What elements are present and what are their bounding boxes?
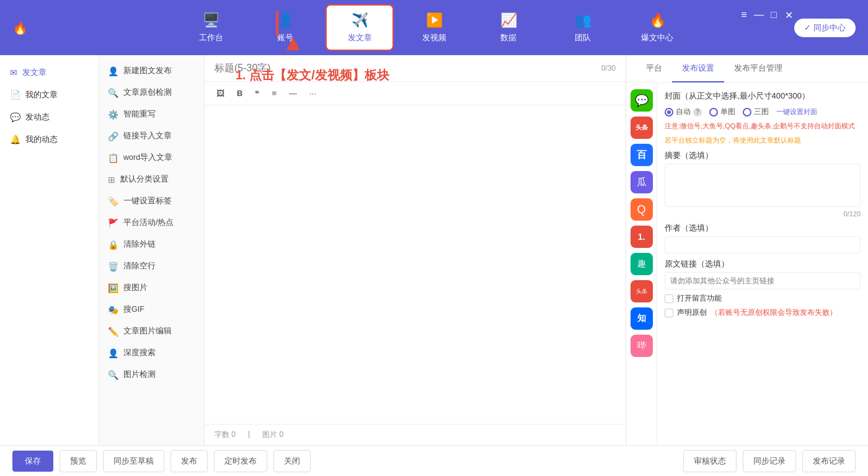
radio-auto[interactable]: 自动 ? — [665, 107, 702, 117]
tab-platform-manage[interactable]: 发布平台管理 — [724, 55, 792, 82]
nav-publish-video[interactable]: ▶️ 发视频 — [400, 4, 468, 51]
platform-toutiao-app[interactable]: 头条 — [631, 280, 653, 302]
radio-single-label: 单图 — [720, 107, 735, 117]
tool-default-category[interactable]: ⊞ 默认分类设置 — [99, 169, 204, 190]
preview-button[interactable]: 预览 — [60, 450, 97, 472]
right-buttons: 审核状态 同步记录 发布记录 — [683, 450, 856, 472]
platform-wechat[interactable]: 💬 — [631, 89, 653, 112]
one-click-tag-icon: 🏷️ — [108, 196, 118, 206]
tool-one-click-tag-label: 一键设置标签 — [123, 196, 172, 206]
publish-log-button[interactable]: 发布记录 — [802, 450, 856, 472]
platform-column: 💬 头条 百 瓜 Q 1. 趣 头条 知 哔 — [626, 83, 657, 445]
maximize-icon[interactable]: □ — [769, 9, 779, 21]
save-button[interactable]: 保存 — [12, 451, 53, 472]
nav-team[interactable]: 👥 团队 — [549, 4, 617, 51]
search-gif-icon: 🎭 — [108, 305, 118, 315]
summary-textarea[interactable] — [665, 164, 861, 207]
toolbar-more-btn[interactable]: ··· — [305, 87, 321, 100]
help-icon[interactable]: ? — [693, 108, 702, 117]
toolbar-bold-btn[interactable]: B — [232, 87, 247, 100]
comment-checkbox[interactable] — [665, 294, 673, 303]
radio-single-circle — [709, 108, 718, 117]
sync-center-button[interactable]: ✓ 同步中心 — [794, 19, 856, 37]
sidebar-publish-article-label: 发文章 — [22, 67, 46, 78]
tool-remove-external[interactable]: 🔒 清除外链 — [99, 234, 204, 255]
tool-original-detect[interactable]: 🔍 文章原创检测 — [99, 82, 204, 104]
original-checkbox[interactable] — [665, 309, 673, 317]
close-button[interactable]: 关闭 — [273, 450, 311, 472]
tool-one-click-tag[interactable]: 🏷️ 一键设置标签 — [99, 190, 204, 212]
new-image-publish-icon: 👤 — [108, 66, 118, 76]
nav-data-label: 数据 — [500, 32, 516, 43]
tool-smart-rewrite[interactable]: ⚙️ 智能重写 — [99, 104, 204, 125]
tool-word-import[interactable]: 📋 word导入文章 — [99, 147, 204, 169]
platform-baijiahao[interactable]: 百 — [631, 144, 653, 166]
radio-three[interactable]: 三图 — [743, 107, 769, 117]
platform-ququ[interactable]: 趣 — [631, 253, 653, 275]
tool-clear-blank[interactable]: 🗑️ 清除空行 — [99, 255, 204, 277]
data-icon: 📈 — [500, 12, 517, 29]
author-input[interactable] — [665, 236, 861, 253]
sync-draft-button[interactable]: 同步至草稿 — [103, 450, 164, 472]
nav-explosive[interactable]: 🔥 爆文中心 — [623, 4, 691, 51]
platform-zhihu[interactable]: 知 — [631, 307, 653, 330]
comment-checkbox-row[interactable]: 打开留言功能 — [665, 293, 861, 304]
sidebar-my-articles-label: 我的文章 — [25, 89, 58, 100]
my-articles-icon: 📄 — [10, 90, 20, 100]
audit-status-button[interactable]: 审核状态 — [683, 450, 737, 472]
tool-article-image-edit[interactable]: ✏️ 文章图片编辑 — [99, 320, 204, 342]
close-icon[interactable]: ✕ — [784, 9, 794, 21]
editor-area: 0/30 🖼 B ❝ ≡ — ··· 字数 0 | 图片 0 — [205, 55, 626, 445]
sidebar-item-my-moments[interactable]: 🔔 我的动态 — [0, 128, 99, 151]
comment-label: 打开留言功能 — [677, 293, 722, 304]
tool-search-gif[interactable]: 🎭 搜GIF — [99, 299, 204, 320]
origin-input[interactable] — [665, 272, 861, 289]
minimize-icon[interactable]: — — [754, 9, 764, 21]
one-click-cover-btn[interactable]: 一键设置封面 — [776, 107, 817, 117]
tool-panel: 👤 新建图文发布 🔍 文章原创检测 ⚙️ 智能重写 🔗 链接导入文章 📋 — [99, 55, 205, 445]
team-icon: 👥 — [575, 12, 591, 29]
cover-options: 自动 ? 单图 三图 一键设置封面 — [665, 107, 861, 117]
editor-content[interactable] — [205, 105, 626, 424]
publish-button[interactable]: 发布 — [170, 450, 208, 472]
tool-deep-search[interactable]: 👤 深度搜索 — [99, 342, 204, 364]
nav-account[interactable]: 👤 账号 — [251, 4, 319, 51]
sidebar-item-publish-article[interactable]: ✉ 发文章 — [0, 61, 99, 84]
nav-data[interactable]: 📈 数据 — [474, 4, 542, 51]
menu-icon[interactable]: ≡ — [739, 9, 749, 21]
nav-publish-article[interactable]: ✈️ 发文章 — [326, 4, 394, 51]
toolbar-quote-btn[interactable]: ❝ — [250, 87, 264, 100]
toolbar-list1-btn[interactable]: ≡ — [267, 87, 281, 100]
platform-xigua[interactable]: 瓜 — [631, 171, 653, 193]
default-category-icon: ⊞ — [108, 175, 115, 185]
platform-bilibili[interactable]: 哔 — [631, 335, 653, 357]
tool-link-import[interactable]: 🔗 链接导入文章 — [99, 125, 204, 147]
tab-publish-settings[interactable]: 发布设置 — [672, 55, 724, 82]
nav-workbench[interactable]: 🖥️ 工作台 — [177, 4, 245, 51]
radio-three-label: 三图 — [754, 107, 769, 117]
remove-external-icon: 🔒 — [108, 240, 118, 250]
toolbar-list2-btn[interactable]: — — [285, 87, 301, 100]
tool-new-image-publish[interactable]: 👤 新建图文发布 — [99, 60, 204, 82]
original-checkbox-row[interactable]: 声明原创 （若账号无原创权限会导致发布失败） — [665, 307, 861, 318]
radio-single[interactable]: 单图 — [709, 107, 735, 117]
platform-toutiao[interactable]: 头条 — [631, 117, 653, 139]
title-bar: 0/30 — [205, 55, 626, 82]
sidebar-item-moments[interactable]: 💬 发动态 — [0, 106, 99, 128]
tool-platform-activity[interactable]: 🚩 平台活动/热点 — [99, 212, 204, 234]
sidebar-item-my-articles[interactable]: 📄 我的文章 — [0, 84, 99, 106]
nav-explosive-label: 爆文中心 — [641, 32, 673, 43]
platform-qq[interactable]: Q — [631, 198, 653, 221]
main-layout: ✉ 发文章 📄 我的文章 💬 发动态 🔔 我的动态 — [0, 55, 868, 445]
timed-publish-button[interactable]: 定时发布 — [214, 450, 267, 472]
sync-log-button[interactable]: 同步记录 — [743, 450, 796, 472]
left-sidebar: ✉ 发文章 📄 我的文章 💬 发动态 🔔 我的动态 — [0, 55, 99, 445]
platform-one[interactable]: 1. — [631, 226, 653, 248]
tool-image-detect[interactable]: 🔍 图片检测 — [99, 364, 204, 386]
tool-search-image[interactable]: 🖼️ 搜图片 — [99, 277, 204, 299]
title-input[interactable] — [215, 63, 601, 74]
toolbar-image-btn[interactable]: 🖼 — [212, 87, 229, 100]
original-label: 声明原创 — [677, 307, 707, 318]
explosive-icon: 🔥 — [649, 12, 666, 29]
tab-platform[interactable]: 平台 — [636, 55, 672, 82]
